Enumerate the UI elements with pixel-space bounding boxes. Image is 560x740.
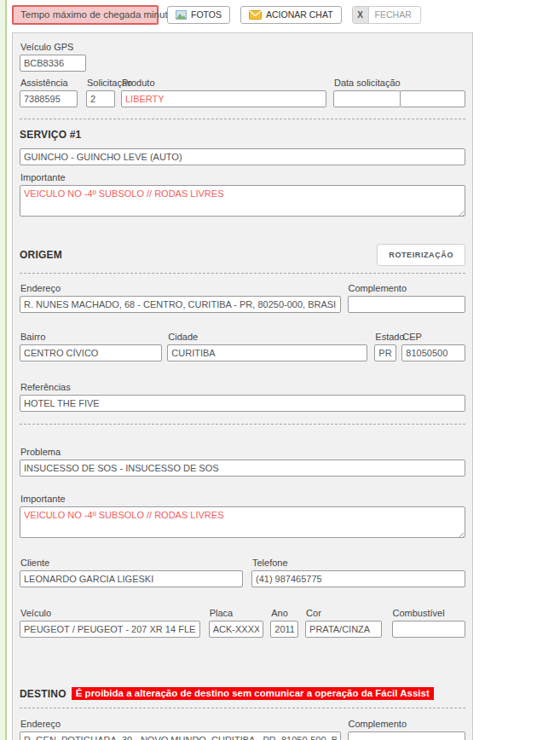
origem-estado-label: Estado [375,332,404,342]
cliente-label: Cliente [20,558,49,568]
origem-endereco-label: Endereço [20,283,61,293]
veiculo-input[interactable] [20,621,200,638]
photo-icon [176,10,187,20]
data-solicitacao-date-input[interactable] [333,90,401,107]
veiculo-gps-label: Veículo GPS [20,42,86,52]
left-green-strip [0,0,7,740]
fechar-button-label: FECHAR [375,9,412,20]
destino-complemento-label: Complemento [349,719,407,729]
origem-complemento-input[interactable] [348,296,465,313]
origem-bairro-label: Bairro [20,332,45,342]
problema-input[interactable] [20,460,465,477]
cliente-input[interactable] [20,570,243,587]
placa-label: Placa [210,608,234,618]
servico-tipo-input[interactable] [20,148,465,165]
cor-label: Cor [306,608,321,618]
fotos-button[interactable]: FOTOS [167,6,230,24]
problema-label: Problema [20,447,465,457]
veiculo-gps-input[interactable] [20,55,86,72]
destino-warning-badge: É proibida a alteração de destino sem co… [72,687,434,700]
origem-referencias-input[interactable] [20,395,465,412]
destino-endereco-input[interactable] [20,731,341,740]
importante-label: Importante [20,494,465,504]
service-order-panel: Veículo GPS Assistência Solicitação Prod… [12,32,473,740]
separator-dashed [20,273,465,274]
max-arrival-time-alert: Tempo máximo de chegada minuto(s) [12,5,159,25]
close-x-icon: X [353,7,369,23]
produto-label: Produto [122,78,155,88]
acionar-chat-button-label: ACIONAR CHAT [266,9,333,20]
destino-heading: DESTINO [20,688,66,700]
combustivel-label: Combustível [393,608,445,618]
importante-textarea[interactable] [20,506,465,538]
data-solicitacao-label: Data solicitação [334,78,401,88]
combustivel-input[interactable] [392,621,465,638]
origem-cidade-input[interactable] [167,344,367,361]
origem-bairro-input[interactable] [20,344,162,361]
origem-cep-label: CEP [402,332,422,342]
servico-heading: SERVIÇO #1 [20,129,465,141]
origem-estado-input[interactable] [374,344,396,361]
servico-importante-label: Importante [20,172,465,182]
separator-dashed [20,119,465,119]
roteirizacao-button[interactable]: ROTEIRIZAÇÃO [377,244,465,266]
cor-input[interactable] [305,621,381,638]
destino-complemento-input[interactable] [348,731,465,740]
origem-referencias-label: Referências [20,382,465,392]
destino-endereco-label: Endereço [20,719,61,729]
telefone-label: Telefone [252,558,288,568]
separator-dashed [20,424,465,425]
solicitacao-input[interactable] [86,90,115,107]
acionar-chat-button[interactable]: ACIONAR CHAT [240,6,342,24]
veiculo-label: Veículo [20,608,51,618]
ano-input[interactable] [270,621,298,638]
origem-heading: ORIGEM [20,249,62,261]
data-solicitacao-time-input[interactable] [400,90,465,107]
envelope-icon [249,10,262,20]
assistencia-input[interactable] [20,90,78,107]
top-toolbar: Tempo máximo de chegada minuto(s) FOTOS … [12,3,549,26]
origem-cep-input[interactable] [401,344,465,361]
fechar-button[interactable]: X FECHAR [352,6,421,24]
origem-complemento-label: Complemento [349,283,407,293]
assistencia-label: Assistência [20,78,68,88]
telefone-input[interactable] [251,570,465,587]
produto-input[interactable] [121,90,326,107]
servico-importante-textarea[interactable] [20,185,465,217]
origem-endereco-input[interactable] [20,296,341,313]
fotos-button-label: FOTOS [191,9,222,20]
ano-label: Ano [271,608,288,618]
placa-input[interactable] [209,621,264,638]
separator-dashed [20,708,465,708]
origem-cidade-label: Cidade [168,332,198,342]
